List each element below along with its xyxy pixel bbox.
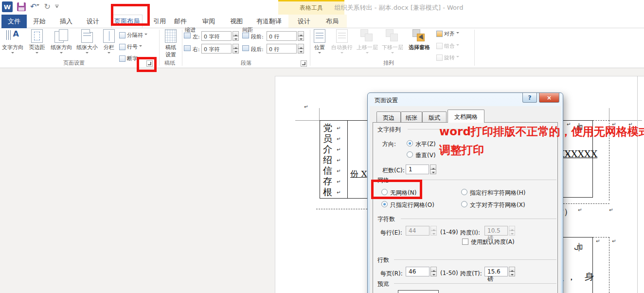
per-line-label: 每行(E): bbox=[380, 229, 402, 237]
annotation-box-page-layout-tab bbox=[111, 4, 150, 26]
margin-corner-mark bbox=[609, 108, 609, 120]
annotation-box-dialog-launcher bbox=[137, 57, 157, 72]
per-line-range: (1-49) bbox=[440, 229, 458, 236]
margin-corner-mark bbox=[319, 108, 320, 120]
paragraph-mark: ↵ bbox=[304, 104, 308, 110]
per-page-range: (1-50) bbox=[440, 270, 458, 276]
annotation-text-line1: word打印排版不正常的，使用无网格模式 bbox=[439, 124, 644, 139]
page-right-margin-line bbox=[637, 76, 638, 293]
caption-line bbox=[401, 219, 556, 219]
line-pitch-field[interactable]: 15.6 磅 bbox=[484, 267, 508, 276]
table-border bbox=[320, 120, 367, 121]
table-border bbox=[563, 197, 593, 198]
radio-line-char-grid-label[interactable]: 指定行和字符网格(H) bbox=[470, 189, 525, 197]
doc-text-hao: 号 bbox=[572, 243, 584, 252]
dashed-boundary bbox=[563, 203, 609, 204]
dashed-boundary bbox=[316, 209, 367, 209]
per-page-spinner[interactable] bbox=[430, 267, 437, 276]
paragraph-mark: ↵ bbox=[612, 238, 616, 244]
margin-corner-mark bbox=[295, 120, 320, 121]
radio-line-grid-only[interactable] bbox=[381, 201, 388, 207]
dialog-title: 页面设置 bbox=[375, 96, 398, 105]
columns-label: 栏数(C): bbox=[382, 166, 405, 175]
table-border bbox=[563, 237, 593, 238]
caption-line bbox=[394, 283, 556, 284]
per-page-label: 每页(R): bbox=[380, 270, 403, 278]
direction-label: 方向: bbox=[382, 140, 396, 148]
dialog-help-button[interactable]: ? bbox=[522, 93, 537, 103]
radio-char-align-grid-label[interactable]: 文字对齐字符网格(X) bbox=[470, 201, 525, 209]
paragraph-mark: ↵ bbox=[337, 168, 340, 174]
dashed-border bbox=[593, 237, 609, 238]
paragraph-mark: ↵ bbox=[337, 147, 340, 152]
radio-line-grid-only-label[interactable]: 只指定行网格(O) bbox=[390, 201, 434, 209]
dashed-border bbox=[593, 120, 609, 121]
dialog-tab-document-grid[interactable]: 文档网格 bbox=[447, 110, 484, 123]
char-pitch-field: 10.5 磅 bbox=[484, 226, 508, 236]
doc-text-fen: 份 X bbox=[350, 168, 367, 180]
preview-box bbox=[398, 290, 439, 293]
radio-horizontal[interactable] bbox=[407, 140, 413, 146]
paragraph-mark: ↵ bbox=[337, 126, 340, 131]
radio-vertical[interactable] bbox=[407, 151, 413, 158]
per-line-field: 44 bbox=[406, 226, 429, 236]
radio-char-align-grid[interactable] bbox=[461, 201, 467, 207]
default-pitch-checkbox[interactable] bbox=[462, 238, 468, 245]
paragraph-mark: ↵ bbox=[337, 158, 340, 163]
table-border bbox=[563, 120, 593, 121]
word-window: W ↶ ↻ 表格工具 组织关系转出 - 副本.docx [兼容模式] - Wor… bbox=[0, 0, 644, 293]
per-page-field[interactable]: 46 bbox=[406, 267, 429, 276]
text-flow-caption: 文字排列 bbox=[377, 126, 401, 134]
radio-vertical-label[interactable]: 垂直(V) bbox=[415, 151, 436, 160]
paragraph-mark: ↵ bbox=[337, 136, 340, 142]
columns-field[interactable]: 1 bbox=[406, 165, 429, 174]
paragraph-mark: ↵ bbox=[337, 179, 340, 184]
annotation-text-line2: 调整打印 bbox=[439, 143, 484, 158]
char-count-caption: 字符数 bbox=[377, 215, 395, 223]
paragraph-mark: ↵ bbox=[578, 207, 582, 213]
default-pitch-label[interactable]: 使用默认跨度(A) bbox=[471, 238, 515, 246]
table-border bbox=[592, 237, 593, 293]
caption-line bbox=[394, 259, 556, 260]
dashed-border bbox=[609, 237, 609, 293]
dialog-close-button[interactable]: × bbox=[539, 93, 559, 103]
annotation-box-no-grid-option bbox=[371, 180, 422, 199]
paragraph-mark: ↵ bbox=[609, 207, 613, 213]
char-pitch-label: 跨度(I): bbox=[460, 229, 480, 237]
preview-caption: 预览 bbox=[377, 280, 389, 288]
dialog-tab-margins[interactable]: 页边距 bbox=[376, 111, 401, 123]
doc-text-xxxxxx: XXXXXX bbox=[558, 148, 597, 159]
line-pitch-label: 跨度(T): bbox=[460, 270, 482, 278]
char-pitch-spinner bbox=[509, 226, 515, 236]
radio-horizontal-label[interactable]: 水平(Z) bbox=[415, 140, 436, 148]
vertical-heading-char: 根 bbox=[323, 186, 332, 199]
line-pitch-spinner[interactable] bbox=[509, 267, 515, 276]
dialog-tab-layout[interactable]: 版式 bbox=[422, 111, 447, 123]
paragraph-mark: ↵ bbox=[337, 190, 340, 195]
paragraph-mark: ↵ bbox=[596, 238, 600, 244]
table-border bbox=[320, 120, 320, 199]
dialog-tab-paper[interactable]: 纸张 bbox=[401, 111, 422, 123]
per-line-spinner bbox=[430, 226, 437, 236]
line-count-caption: 行数 bbox=[377, 256, 389, 264]
radio-line-char-grid[interactable] bbox=[461, 189, 467, 195]
columns-spinner[interactable] bbox=[430, 165, 436, 174]
table-border bbox=[347, 120, 348, 199]
